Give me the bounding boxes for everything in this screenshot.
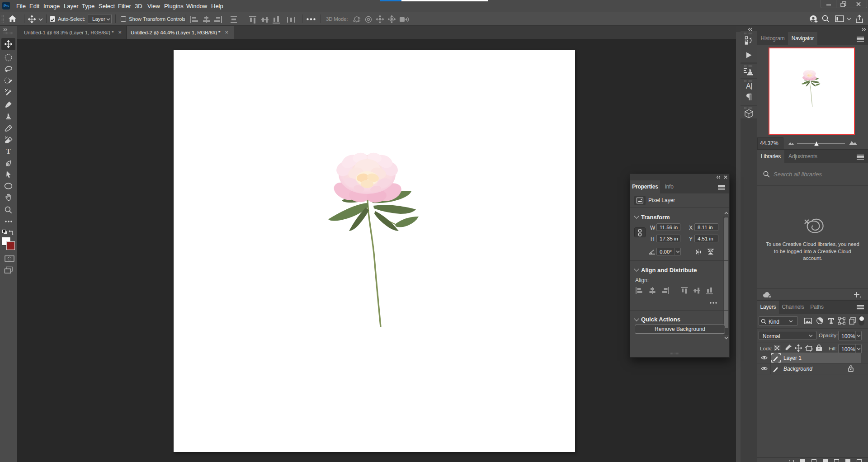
svg-text:A: A <box>746 82 751 90</box>
svg-text:T: T <box>6 147 11 155</box>
